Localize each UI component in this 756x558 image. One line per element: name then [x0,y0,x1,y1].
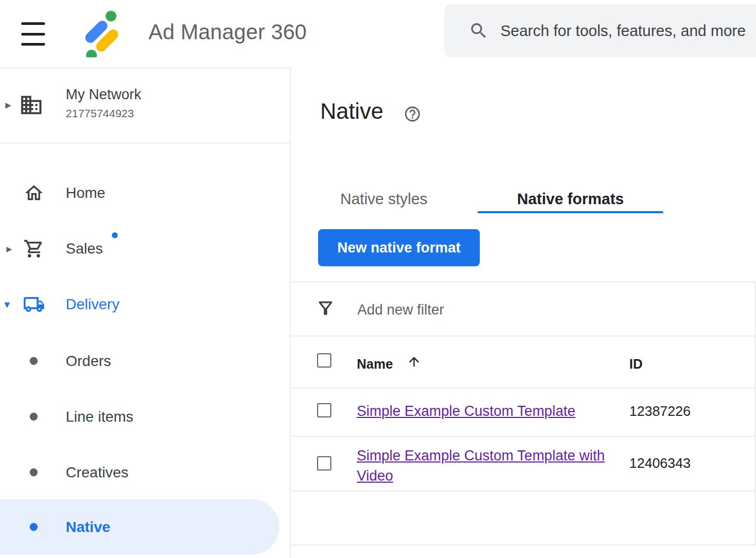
sidebar-item-label: Delivery [66,296,119,313]
row-checkbox[interactable] [317,456,331,470]
column-header-id[interactable]: ID [629,356,643,372]
active-tab-indicator [478,211,663,213]
sidebar-item-label: Line items [66,408,134,425]
menu-icon[interactable] [21,22,45,46]
sidebar-item-sales[interactable]: ▸ Sales [0,221,291,276]
ad-manager-app: Ad Manager 360 Search for tools, feature… [0,0,756,558]
select-all-checkbox[interactable] [317,353,331,368]
app-title: Ad Manager 360 [148,20,307,44]
row-checkbox[interactable] [317,403,331,417]
search-placeholder: Search for tools, features, and more [500,22,746,40]
sidebar: ▸ My Network 21775744923 Home ▸ [0,68,291,558]
home-icon [22,181,46,205]
sidebar-item-line-items[interactable]: Line items [0,389,279,444]
table-row-link[interactable]: Simple Example Custom Template with Vide… [357,446,606,486]
ad-manager-logo [77,7,127,57]
table-row-divider [291,491,756,491]
sales-notification-dot [112,232,118,238]
new-native-format-button[interactable]: New native format [318,229,480,266]
table-row-id: 12406343 [629,455,691,472]
table-row-divider [291,436,756,437]
main-content: Native Native styles Native formats New … [291,68,756,558]
topbar: Ad Manager 360 Search for tools, feature… [0,0,756,68]
sales-cart-icon [22,237,46,260]
search-box[interactable]: Search for tools, features, and more [444,4,756,57]
sidebar-item-label: Orders [66,353,111,370]
search-icon [469,21,489,41]
sidebar-item-label: Sales [66,240,103,257]
network-building-icon [19,93,43,119]
expand-arrow-icon[interactable]: ▸ [6,243,12,254]
table-bottom-border [291,545,756,545]
tab-native-styles[interactable]: Native styles [320,184,447,214]
help-icon[interactable] [403,105,421,123]
divider [291,336,756,336]
network-selector[interactable]: ▸ My Network 21775744923 [0,85,290,128]
table-header-divider [291,388,756,388]
network-name: My Network [66,86,142,103]
sidebar-item-label: Home [66,185,106,202]
add-filter-input[interactable]: Add new filter [357,302,444,318]
sidebar-item-creatives[interactable]: Creatives [0,444,279,500]
sidebar-item-orders[interactable]: Orders [0,333,279,389]
filter-icon[interactable] [315,298,336,318]
sidebar-item-label: Creatives [66,464,128,481]
table-row-link[interactable]: Simple Example Custom Template [357,401,575,421]
bullet-icon [30,468,38,476]
sidebar-divider [0,143,290,143]
collapse-arrow-icon[interactable]: ▾ [4,299,10,310]
sidebar-item-home[interactable]: Home [0,165,291,221]
column-header-name[interactable]: Name [357,356,393,372]
table-right-border [755,282,755,545]
sidebar-item-label: Native [66,519,110,536]
sidebar-item-delivery[interactable]: ▾ Delivery [0,276,291,332]
sort-ascending-icon[interactable] [407,354,421,369]
table-row-id: 12387226 [629,403,691,420]
bullet-icon [30,523,38,531]
network-id: 21775744923 [66,107,142,120]
tab-native-formats[interactable]: Native formats [478,184,663,214]
page-title: Native [320,99,383,124]
bullet-icon [30,357,38,365]
bullet-icon [30,413,38,421]
sidebar-item-native[interactable]: Native [0,499,279,555]
network-expand-arrow-icon[interactable]: ▸ [5,99,11,111]
divider [291,282,756,282]
delivery-truck-icon [22,293,46,316]
